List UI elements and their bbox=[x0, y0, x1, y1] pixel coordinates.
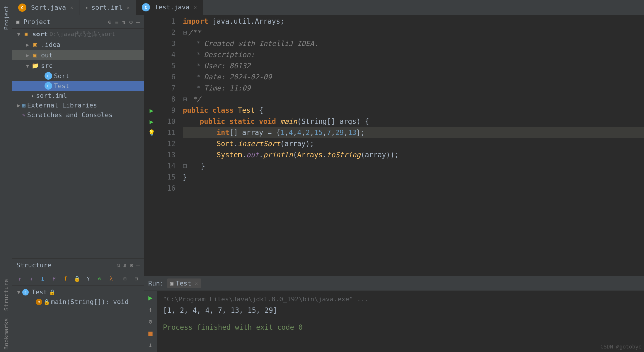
run-header: Run: ▣ Test ✕ bbox=[144, 276, 644, 291]
project-icon-add[interactable]: ⊕ bbox=[108, 18, 112, 25]
idea-folder-icon: ▣ bbox=[31, 40, 39, 49]
project-icon-close[interactable]: — bbox=[136, 18, 140, 25]
tree-item-external-libs[interactable]: ▶ ▦ External Libraries bbox=[12, 100, 144, 110]
out-arrow[interactable]: ▶ bbox=[24, 52, 31, 58]
ln-3: 3 bbox=[159, 38, 176, 49]
gutter-7 bbox=[144, 83, 159, 94]
sidebar-item-bookmarks[interactable]: Bookmarks bbox=[1, 316, 11, 352]
code-line-14: ⊟ } bbox=[183, 160, 644, 172]
tab-sort-iml-close[interactable]: ✕ bbox=[127, 4, 130, 11]
tab-sort-java[interactable]: C Sort.java ✕ bbox=[12, 0, 79, 15]
ln-6: 6 bbox=[159, 71, 176, 83]
tab-test-java[interactable]: C Test.java ✕ bbox=[136, 0, 203, 15]
ln-15: 15 bbox=[159, 172, 176, 183]
ln-9: 9 bbox=[159, 105, 176, 116]
fold-icon-14[interactable]: ⊟ bbox=[183, 160, 187, 172]
tree-item-sort-java[interactable]: ▶ C Sort bbox=[12, 71, 144, 81]
struct-btn-sort-alpha-desc[interactable]: ⇓ bbox=[27, 274, 36, 284]
sidebar-item-structure-left[interactable]: Structure bbox=[1, 277, 11, 313]
project-icon-sort[interactable]: ≡ bbox=[115, 18, 119, 25]
struct-main-lock: 🔒 bbox=[43, 299, 50, 305]
code-line-12: Sort . insertSort (array); bbox=[183, 138, 644, 149]
struct-btn-lock[interactable]: 🔒 bbox=[72, 274, 81, 284]
struct-btn-collapse-all[interactable]: ⊟ bbox=[132, 274, 141, 284]
code-line-3: * Created with IntelliJ IDEA. bbox=[183, 38, 644, 49]
tabs-bar: C Sort.java ✕ ✦ sort.iml ✕ C Test.java ✕ bbox=[12, 0, 644, 15]
project-icon-settings[interactable]: ⚙ bbox=[129, 18, 133, 25]
tab-sort-iml[interactable]: ✦ sort.iml ✕ bbox=[79, 0, 136, 15]
project-icon-expand[interactable]: ⇅ bbox=[122, 18, 126, 25]
run-settings-btn[interactable]: ⚙ bbox=[146, 317, 156, 326]
code-area[interactable]: import java.util.Arrays; ⊟ /** * Created… bbox=[179, 15, 644, 276]
struct-btn-sort-alpha-asc[interactable]: ⇑ bbox=[15, 274, 24, 284]
sort-root-label: sort bbox=[32, 30, 48, 38]
src-label: src bbox=[41, 62, 53, 69]
tab-test-java-close[interactable]: ✕ bbox=[194, 4, 197, 10]
structure-icon-sort-desc[interactable]: ⇵ bbox=[123, 262, 127, 269]
code-line-1: import java.util.Arrays; bbox=[183, 16, 644, 27]
warning-icon[interactable]: 💡 bbox=[148, 129, 155, 136]
gutter-10[interactable]: ▶ bbox=[144, 116, 159, 127]
run-tab-label: Test bbox=[176, 280, 191, 287]
tree-item-idea[interactable]: ▶ ▣ .idea bbox=[12, 39, 144, 50]
out-folder-icon: ▣ bbox=[31, 51, 39, 59]
run-output-area: "C:\Program Files\Java\jdk1.8.0_192\bin\… bbox=[157, 291, 644, 352]
tree-item-src[interactable]: ▼ 📁 src bbox=[12, 60, 144, 71]
ext-libs-arrow[interactable]: ▶ bbox=[15, 102, 22, 108]
gutter-12 bbox=[144, 138, 159, 149]
sidebar-item-project[interactable]: Project bbox=[1, 3, 11, 32]
struct-btn-field[interactable]: f bbox=[61, 274, 70, 284]
editor-area: ▶ ▶ 💡 bbox=[144, 15, 644, 352]
run-stop-btn[interactable]: ■ bbox=[146, 329, 156, 338]
run-tab-test[interactable]: ▣ Test ✕ bbox=[167, 278, 201, 288]
struct-btn-circle[interactable]: ⊙ bbox=[95, 274, 104, 284]
tree-item-sort-iml[interactable]: ▶ ✦ sort.iml bbox=[12, 91, 144, 100]
test-java-label: Test bbox=[54, 82, 69, 90]
tree-item-out[interactable]: ▶ ▣ out bbox=[12, 50, 144, 60]
sort-java-label: Sort bbox=[54, 72, 69, 80]
ln-13: 13 bbox=[159, 149, 176, 160]
struct-test-arrow[interactable]: ▼ bbox=[15, 289, 22, 295]
ln-10: 10 bbox=[159, 116, 176, 127]
gutter-9[interactable]: ▶ bbox=[144, 105, 159, 116]
struct-btn-interface[interactable]: I bbox=[38, 274, 47, 284]
run-spacer bbox=[163, 316, 638, 322]
run-main-icon[interactable]: ▶ bbox=[149, 118, 153, 125]
run-scroll-up-btn[interactable]: ↑ bbox=[146, 305, 156, 314]
idea-label: .idea bbox=[41, 41, 60, 48]
run-scroll-down-btn[interactable]: ↓ bbox=[146, 340, 156, 350]
file-tree: ▼ ▣ sort D:\java代码仓库\sort ▶ ▣ .idea bbox=[12, 29, 144, 258]
code-line-7: * Time: 11:09 bbox=[183, 83, 644, 94]
tree-item-scratches[interactable]: ▶ ✎ Scratches and Consoles bbox=[12, 110, 144, 120]
code-line-10: public static void main ( String [] args… bbox=[183, 116, 644, 127]
tree-item-sort-root[interactable]: ▼ ▣ sort D:\java代码仓库\sort bbox=[12, 29, 144, 39]
tree-item-test-java[interactable]: ▶ C Test bbox=[12, 81, 144, 91]
sort-root-arrow[interactable]: ▼ bbox=[15, 31, 22, 37]
watermark: CSDN @gotobye bbox=[600, 344, 642, 350]
code-line-5: * User: 86132 bbox=[183, 60, 644, 71]
structure-icon-sort-asc[interactable]: ⇅ bbox=[117, 262, 120, 269]
struct-item-test-class[interactable]: ▼ C Test 🔒 bbox=[12, 287, 144, 297]
gutter-4 bbox=[144, 49, 159, 60]
run-tab-close[interactable]: ✕ bbox=[195, 280, 198, 286]
idea-arrow[interactable]: ▶ bbox=[24, 42, 31, 48]
tab-sort-java-close[interactable]: ✕ bbox=[70, 4, 73, 11]
run-class-icon[interactable]: ▶ bbox=[149, 107, 153, 114]
struct-btn-lambda[interactable]: λ bbox=[107, 274, 116, 284]
ln-1: 1 bbox=[159, 16, 176, 27]
test-java-icon: C bbox=[142, 3, 150, 11]
ln-4: 4 bbox=[159, 49, 176, 60]
run-play-btn[interactable]: ▶ bbox=[146, 293, 156, 303]
structure-icon-settings[interactable]: ⚙ bbox=[130, 262, 133, 269]
src-arrow[interactable]: ▼ bbox=[24, 63, 31, 69]
gutter-11[interactable]: 💡 bbox=[144, 127, 159, 138]
struct-btn-expand-all[interactable]: ⊞ bbox=[120, 274, 130, 284]
fold-icon-2[interactable]: ⊟ bbox=[183, 27, 187, 38]
iml-file-icon: ✦ bbox=[31, 93, 34, 99]
struct-item-main-method[interactable]: ▶ m 🔒 main(String[]): void bbox=[12, 297, 144, 307]
struct-btn-fork[interactable]: Y bbox=[84, 274, 93, 284]
struct-btn-property[interactable]: P bbox=[50, 274, 59, 284]
fold-icon-8[interactable]: ⊟ bbox=[183, 94, 187, 105]
structure-icon-close[interactable]: — bbox=[136, 262, 140, 269]
src-folder-icon: 📁 bbox=[31, 61, 39, 70]
